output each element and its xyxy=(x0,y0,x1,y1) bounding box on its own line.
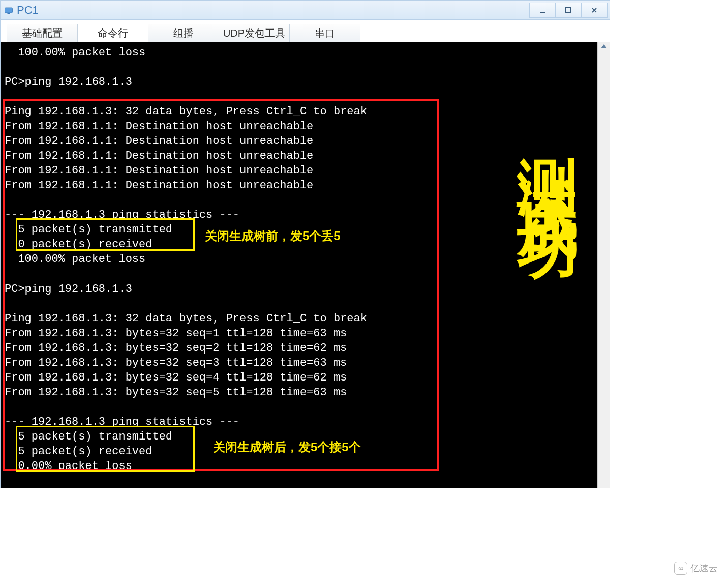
svg-rect-1 xyxy=(8,13,10,14)
maximize-button[interactable] xyxy=(555,3,582,18)
watermark-text: 亿速云 xyxy=(690,562,718,574)
close-button[interactable] xyxy=(581,3,608,18)
tab-udp-tool[interactable]: UDP发包工具 xyxy=(219,24,290,42)
svg-rect-0 xyxy=(5,8,13,13)
window-controls xyxy=(530,3,608,18)
watermark-icon: ∞ xyxy=(674,562,687,575)
tab-command-line[interactable]: 命令行 xyxy=(77,24,148,42)
app-window: PC1 基础配置 命令行 组播 UDP发包工具 串口 100.00% packe… xyxy=(0,0,610,488)
tab-basic-config[interactable]: 基础配置 xyxy=(7,24,78,42)
tab-serial[interactable]: 串口 xyxy=(289,24,360,42)
window-title: PC1 xyxy=(17,4,39,17)
tabbar: 基础配置 命令行 组播 UDP发包工具 串口 xyxy=(1,20,610,42)
terminal-wrap: 100.00% packet loss PC>ping 192.168.1.3 … xyxy=(1,42,610,488)
watermark: ∞ 亿速云 xyxy=(674,562,718,575)
terminal-output[interactable]: 100.00% packet loss PC>ping 192.168.1.3 … xyxy=(1,42,597,488)
titlebar: PC1 xyxy=(1,1,610,20)
title-left: PC1 xyxy=(4,4,39,17)
scroll-up-icon[interactable] xyxy=(601,44,607,48)
app-icon xyxy=(4,5,14,15)
scrollbar[interactable] xyxy=(597,42,610,488)
svg-rect-3 xyxy=(566,8,571,13)
minimize-button[interactable] xyxy=(529,3,556,18)
tab-multicast[interactable]: 组播 xyxy=(148,24,219,42)
